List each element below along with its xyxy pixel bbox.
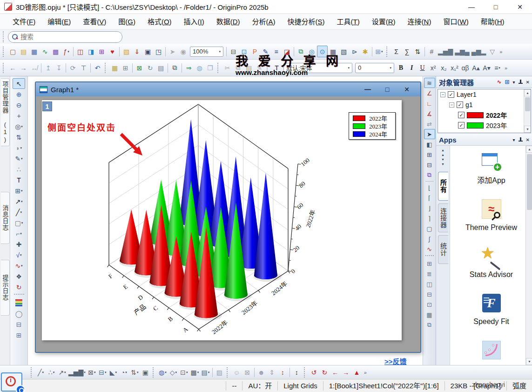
resize-markers-icon[interactable]: ↕ [277, 366, 288, 378]
remove-import-data-icon[interactable]: ⊠ [134, 62, 145, 74]
open-icon[interactable]: ▤ [18, 46, 29, 57]
mask-region-icon[interactable]: ☻ [256, 366, 267, 378]
subscript-icon[interactable]: x₂ [438, 62, 449, 74]
scroll-down-icon[interactable]: ▼ [524, 126, 531, 133]
menu-item-3[interactable]: 图(G) [112, 14, 141, 30]
pan-tool-icon[interactable]: ✚ [13, 239, 25, 250]
plot-contour-icon[interactable]: ▤▾ [200, 366, 211, 378]
graph-restore-button[interactable]: □ [381, 85, 393, 94]
rotate-3d-cw-icon[interactable]: ↻ [319, 366, 330, 378]
import-download-icon[interactable]: ⇓ [132, 46, 142, 57]
plot-box-icon[interactable]: ⊟▾ [97, 366, 108, 378]
scroll-up-icon[interactable]: ▲ [526, 146, 532, 153]
plot-stock-icon[interactable]: ⇅▾ [129, 366, 140, 378]
toolbar-overflow-icon[interactable]: » [505, 65, 507, 71]
menu-item-13[interactable]: 帮助(H) [475, 14, 511, 30]
dot-tool-icon[interactable]: ∴ [13, 164, 25, 175]
toolbar-grip[interactable] [3, 47, 6, 57]
window-refresh-icon[interactable]: ⟳ [67, 62, 78, 74]
pin-icon[interactable] [519, 80, 523, 85]
equation-tool-icon[interactable]: √▾ [13, 250, 25, 260]
toolbar-grip[interactable] [304, 367, 307, 378]
rescale-axes-icon[interactable]: ∠ [424, 88, 435, 98]
new-slide-icon[interactable]: ⊞ [96, 46, 107, 57]
plot-3d-surface-icon[interactable]: ◇▾ [168, 366, 179, 378]
scroll-up-icon[interactable]: ▲ [524, 89, 531, 96]
new-project-icon[interactable]: ▢ [7, 46, 18, 57]
legend-box[interactable]: 2022年2023年2024年 [349, 112, 396, 140]
sort-columns-icon[interactable]: ⇅ [412, 46, 423, 57]
apps-tab-nav[interactable]: ▲ ▲ ▼ ▼ [441, 146, 444, 170]
menu-item-5[interactable]: 插入(I) [178, 14, 210, 30]
new-workbook-icon[interactable]: ▦ [29, 46, 40, 57]
axes-bottom-right-icon[interactable]: ⌋ [424, 203, 435, 213]
insert-graph-object-icon[interactable]: ∿▾ [13, 260, 25, 271]
dock-tab-1[interactable]: 消息日志 [1, 192, 10, 244]
menu-item-11[interactable]: 连接(N) [402, 14, 438, 30]
menu-item-10[interactable]: 设置(R) [366, 14, 402, 30]
exchange-xy-icon[interactable]: ⇄ [424, 119, 435, 129]
plot-grouped-chart-icon[interactable]: ▃▆▄ [454, 46, 470, 57]
rectangle-tool-icon[interactable]: ▢▾ [13, 217, 25, 228]
graph-window-titlebar[interactable]: Graph1 * — □ ✕ [36, 82, 420, 96]
app-gear-icon[interactable]: ✱ [360, 46, 370, 57]
undo-icon[interactable]: ↶ [92, 62, 103, 74]
3d-cone-chart[interactable]: ABCDEF产品2022年2023年2024年0204060801002022年 [42, 100, 402, 340]
apps-scrollbar[interactable]: ▲ ▼ [525, 146, 532, 365]
add-layer-icon[interactable]: ⊞ [424, 258, 435, 269]
plot-3d-pie-icon[interactable]: ◍▾ [157, 366, 168, 378]
superscript-icon[interactable]: x² [428, 62, 438, 74]
layer-layout-rows-icon[interactable]: ⊟ [424, 160, 435, 170]
region-tool-icon[interactable]: ⌐▾ [13, 228, 25, 239]
toolbar-grip[interactable] [105, 63, 108, 73]
annotation-tool-icon[interactable]: ⊞▾ [13, 185, 25, 196]
unmask-points-icon[interactable]: ⊠ [242, 366, 253, 378]
maximize-button[interactable]: □ [484, 0, 508, 14]
checkbox[interactable]: ✓ [458, 112, 465, 118]
plot-scatter-icon[interactable]: ∴▾ [46, 366, 57, 378]
menu-item-0[interactable]: 文件(F) [7, 14, 41, 30]
extract-layers-icon[interactable]: ◫ [424, 279, 435, 289]
layer-align-icon[interactable]: ⊞ [13, 330, 25, 340]
tilt-3d-left-icon[interactable]: ← [330, 366, 341, 378]
data-reader-icon[interactable]: ◎▾ [13, 121, 25, 132]
axes-curve-icon[interactable]: ∿ [424, 244, 435, 254]
underline-icon[interactable]: U [417, 62, 428, 74]
zoom-out-tool-icon[interactable]: ⊖ [13, 100, 25, 110]
axes-bottom-left-icon[interactable]: ⌊ [424, 182, 435, 193]
rotate-3d-ccw-icon[interactable]: ↺ [309, 366, 319, 378]
object-align-icon[interactable]: ⊟ [13, 319, 25, 330]
toolbar-grip[interactable] [386, 47, 389, 57]
plot-stacked-chart-icon[interactable]: ▄▆▂ [471, 46, 487, 57]
set-column-values-icon[interactable]: # [426, 46, 437, 57]
plot-column-chart-icon[interactable]: ▂▅▇ [437, 46, 454, 57]
menu-item-6[interactable]: 数据(D) [210, 14, 246, 30]
layer-layout-single-icon[interactable]: ◧ [424, 139, 435, 149]
super-subscript-icon[interactable]: x₁² [449, 62, 460, 74]
app-item-Stats Advisor[interactable]: ★Stats Advisor [450, 245, 532, 280]
app-item-Speedy Fit[interactable]: FSpeedy Fit [450, 292, 532, 327]
close-button[interactable]: ✕ [508, 0, 532, 14]
dock-tab-2[interactable]: 提示日志 [1, 260, 10, 316]
pin-window-icon[interactable]: ⊤ [78, 62, 89, 74]
object-manager-scrollbar[interactable]: ▲▼ [524, 89, 531, 133]
apps-tab-2[interactable]: 统计 [438, 235, 448, 264]
add-panel-icon[interactable]: ⊞▾ [374, 46, 384, 57]
expand-icon[interactable]: − [440, 92, 445, 97]
column-statistics-icon[interactable]: ∑ [402, 46, 412, 57]
zoom-level-combo[interactable]: 100%▾ [190, 47, 223, 57]
plot-setup-icon[interactable]: ∿ [497, 79, 501, 85]
increase-font-icon[interactable]: A▴ [471, 62, 481, 74]
sum-statistics-icon[interactable]: Σ [391, 46, 402, 57]
menu-item-8[interactable]: 快捷分析(S) [282, 14, 331, 30]
alignment-icon[interactable]: ≡▾ [492, 62, 503, 74]
graph-close-button[interactable]: ✕ [401, 85, 413, 94]
italic-icon[interactable]: I [406, 62, 417, 74]
plot-image-icon[interactable]: ▣ [140, 366, 151, 378]
toolbar-grip[interactable] [217, 63, 220, 73]
axis-from-zero-icon[interactable]: ∟ [424, 98, 435, 108]
merge-graphs-icon[interactable]: ⧉ [424, 170, 435, 180]
mask-points-icon[interactable]: ☺ [231, 366, 242, 378]
search-input[interactable] [20, 33, 114, 41]
reimport-direct-icon[interactable]: ▤ [155, 62, 166, 74]
